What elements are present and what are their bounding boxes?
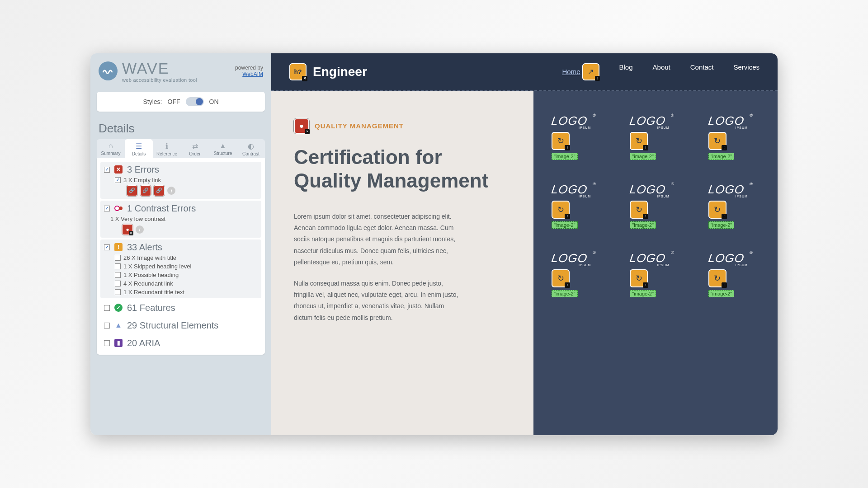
errors-title: 3 Errors — [127, 164, 159, 175]
image-title-alert-icon[interactable]: ↻! — [630, 201, 648, 219]
missing-heading-icon[interactable]: h?✕ — [289, 63, 307, 80]
client-logo: LOGO®IPSUM — [708, 183, 748, 198]
powered-by: powered by WebAIM — [235, 65, 263, 77]
image-title-alert-icon[interactable]: ↻! — [708, 132, 726, 150]
group-contrast: ✓ 1 Contrast Errors 1 X Very low contras… — [100, 201, 261, 238]
page-preview: h?✕ Engineer Home ↗! Blog About Contact … — [271, 53, 778, 435]
contrast-error-icon — [114, 204, 123, 212]
feature-icon — [114, 304, 123, 312]
aria-title: 20 ARIA — [127, 338, 160, 348]
styles-toggle-row: Styles: OFF ON — [97, 92, 265, 112]
image-title-alert-icon[interactable]: ↻! — [552, 201, 570, 219]
contrast-title: 1 Contrast Errors — [127, 203, 196, 214]
toggle-on-label: ON — [209, 98, 219, 105]
alert-sub-label: 26 X Image with title — [123, 254, 176, 261]
site-brand: h?✕ Engineer — [289, 63, 367, 80]
alert-sub-checkbox[interactable] — [115, 281, 121, 286]
paragraph-2: Nulla consequat massa quis enim. Donec p… — [294, 278, 461, 324]
alerts-toggle-checkbox[interactable]: ✓ — [104, 244, 110, 250]
alert-sub-label: 1 X Possible heading — [123, 272, 179, 278]
contrast-icon: ◐ — [237, 142, 265, 150]
client-logo: LOGO®IPSUM — [630, 114, 669, 129]
tab-contrast[interactable]: ◐Contrast — [237, 139, 265, 158]
content-right: LOGO®IPSUM↻!"image-2"LOGO®IPSUM↻!"image-… — [533, 91, 778, 435]
wave-wordmark: WAVE — [122, 60, 197, 77]
image-title-tag: "image-2" — [552, 153, 578, 160]
logo-cell: LOGO®IPSUM↻!"image-2" — [708, 251, 760, 297]
group-structural: ▲ 29 Structural Elements — [100, 318, 261, 333]
nav-about[interactable]: About — [653, 63, 670, 80]
tab-summary[interactable]: ⌂Summary — [97, 139, 125, 158]
image-title-alert-icon[interactable]: ↻! — [552, 132, 570, 150]
empty-link-instance[interactable] — [154, 185, 165, 196]
list-icon: ☰ — [125, 142, 153, 150]
info-icon: ℹ — [153, 142, 181, 150]
group-errors: ✓ ✕ 3 Errors ✓ 3 X Empty link i — [100, 162, 261, 199]
features-toggle-checkbox[interactable] — [104, 305, 110, 311]
sidebar-tabs: ⌂Summary ☰Details ℹReference ⇄Order ▲Str… — [97, 139, 265, 158]
section-title: Details — [90, 113, 271, 139]
sidebar-header: WAVE web accessibility evaluation tool p… — [90, 53, 271, 86]
empty-link-instance[interactable] — [127, 185, 137, 196]
group-alerts: ✓ ! 33 Alerts 26 X Image with title 1 X … — [100, 239, 261, 298]
tab-details[interactable]: ☰Details — [125, 139, 153, 158]
wave-logo-icon — [99, 61, 118, 80]
tab-order[interactable]: ⇄Order — [181, 139, 209, 158]
primary-nav: Home ↗! Blog About Contact Services — [562, 63, 760, 80]
contrast-toggle-checkbox[interactable]: ✓ — [104, 206, 110, 211]
features-title: 61 Features — [127, 303, 175, 313]
group-features: 61 Features — [100, 300, 261, 316]
image-title-tag: "image-2" — [708, 290, 735, 297]
styles-label: Styles: — [143, 98, 162, 105]
page-heading: Certification for Quality Management — [294, 145, 511, 193]
image-title-alert-icon[interactable]: ↻! — [708, 269, 726, 287]
toggle-off-label: OFF — [168, 98, 180, 105]
wave-tagline: web accessibility evaluation tool — [122, 77, 197, 83]
tab-structure[interactable]: ▲Structure — [209, 139, 237, 158]
logo-cell: LOGO®IPSUM↻!"image-2" — [552, 183, 603, 229]
site-name: Engineer — [313, 65, 367, 79]
info-icon[interactable]: i — [136, 225, 144, 234]
styles-toggle[interactable] — [186, 97, 204, 106]
image-title-alert-icon[interactable]: ↻! — [630, 269, 648, 287]
content-left: ✕ QUALITY MANAGEMENT Certification for Q… — [271, 91, 533, 435]
alert-sub-checkbox[interactable] — [115, 255, 121, 261]
nav-blog[interactable]: Blog — [619, 63, 633, 80]
webaim-link[interactable]: WebAIM — [242, 71, 263, 77]
redundant-link-icon[interactable]: ↗! — [582, 63, 599, 80]
structural-toggle-checkbox[interactable] — [104, 323, 110, 328]
logo-cell: LOGO®IPSUM↻!"image-2" — [552, 114, 603, 160]
image-title-tag: "image-2" — [552, 221, 578, 229]
empty-link-instance[interactable] — [140, 185, 151, 196]
image-title-alert-icon[interactable]: ↻! — [552, 269, 570, 287]
nav-services[interactable]: Services — [733, 63, 760, 80]
contrast-sub: 1 X Very low contrast — [110, 216, 165, 222]
low-contrast-marker-icon[interactable]: ✕ — [294, 118, 309, 134]
structure-icon: ▲ — [209, 142, 237, 150]
nav-home[interactable]: Home — [562, 68, 580, 75]
client-logo: LOGO®IPSUM — [552, 114, 591, 129]
image-title-alert-icon[interactable]: ↻! — [630, 132, 648, 150]
paragraph-1: Lorem ipsum dolor sit amet, consectetuer… — [294, 211, 461, 268]
alert-icon: ! — [114, 243, 123, 251]
errors-toggle-checkbox[interactable]: ✓ — [104, 167, 110, 173]
logo-cell: LOGO®IPSUM↻!"image-2" — [708, 114, 760, 160]
home-icon: ⌂ — [97, 142, 125, 150]
alert-sub-checkbox[interactable] — [115, 289, 121, 295]
nav-contact[interactable]: Contact — [690, 63, 714, 80]
client-logo: LOGO®IPSUM — [552, 251, 591, 267]
low-contrast-instance[interactable]: ✕ — [122, 224, 133, 235]
alert-sub-checkbox[interactable] — [115, 263, 121, 269]
client-logo: LOGO®IPSUM — [552, 183, 591, 198]
alert-sub-label: 1 X Skipped heading level — [123, 263, 191, 270]
info-icon[interactable]: i — [167, 187, 175, 195]
wave-logo: WAVE web accessibility evaluation tool — [99, 60, 197, 83]
empty-link-checkbox[interactable]: ✓ — [115, 177, 121, 183]
tab-reference[interactable]: ℹReference — [153, 139, 181, 158]
client-logo: LOGO®IPSUM — [708, 251, 748, 267]
aria-toggle-checkbox[interactable] — [104, 340, 110, 346]
alert-sub-label: 1 X Redundant title text — [123, 289, 184, 296]
alert-sub-checkbox[interactable] — [115, 272, 121, 278]
structural-title: 29 Structural Elements — [127, 320, 218, 331]
image-title-alert-icon[interactable]: ↻! — [708, 201, 726, 219]
